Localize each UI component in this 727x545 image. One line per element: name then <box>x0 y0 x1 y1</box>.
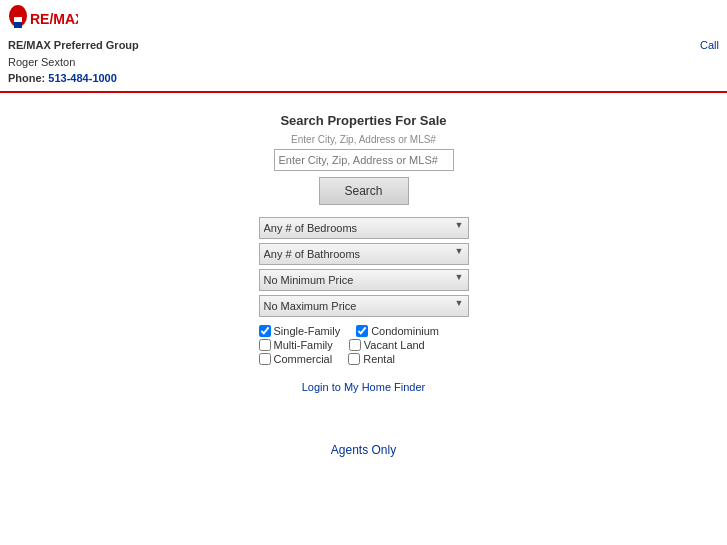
commercial-checkbox[interactable] <box>259 353 271 365</box>
multi-family-checkbox[interactable] <box>259 339 271 351</box>
phone-line: Phone: 513-484-1000 <box>8 70 139 87</box>
search-section: Search Properties For Sale Enter City, Z… <box>249 113 479 423</box>
single-family-label[interactable]: Single-Family <box>259 325 341 337</box>
bedrooms-dropdown[interactable]: Any # of Bedrooms 1+ 2+ 3+ 4+ 5+ <box>259 217 469 239</box>
bottom-section: Agents Only <box>331 443 396 457</box>
svg-rect-1 <box>14 22 22 28</box>
single-family-text: Single-Family <box>274 325 341 337</box>
bathrooms-dropdown-wrap: Any # of Bathrooms 1+ 2+ 3+ 4+ <box>259 243 469 265</box>
company-name: RE/MAX Preferred Group <box>8 37 139 54</box>
vacant-land-text: Vacant Land <box>364 339 425 351</box>
condominium-label[interactable]: Condominium <box>356 325 439 337</box>
vacant-land-label[interactable]: Vacant Land <box>349 339 425 351</box>
header: RE/MAX RE/MAX Preferred Group Roger Sext… <box>0 0 727 93</box>
min-price-dropdown-wrap: No Minimum Price $50,000 $100,000 $150,0… <box>259 269 469 291</box>
main-content: Search Properties For Sale Enter City, Z… <box>0 93 727 457</box>
login-link[interactable]: Login to My Home Finder <box>302 381 426 393</box>
vacant-land-checkbox[interactable] <box>349 339 361 351</box>
agents-only-link[interactable]: Agents Only <box>331 443 396 457</box>
checkbox-row-3: Commercial Rental <box>259 353 469 365</box>
condominium-checkbox[interactable] <box>356 325 368 337</box>
condominium-text: Condominium <box>371 325 439 337</box>
phone-label: Phone: <box>8 72 45 84</box>
single-family-checkbox[interactable] <box>259 325 271 337</box>
rental-text: Rental <box>363 353 395 365</box>
property-types: Single-Family Condominium Multi-Family V… <box>259 325 469 367</box>
max-price-dropdown-wrap: No Maximum Price $100,000 $200,000 $300,… <box>259 295 469 317</box>
multi-family-text: Multi-Family <box>274 339 333 351</box>
agent-info: RE/MAX Preferred Group Roger Sexton Phon… <box>8 37 139 87</box>
remax-logo: RE/MAX <box>8 4 78 32</box>
svg-rect-2 <box>14 17 22 22</box>
min-price-dropdown[interactable]: No Minimum Price $50,000 $100,000 $150,0… <box>259 269 469 291</box>
max-price-dropdown[interactable]: No Maximum Price $100,000 $200,000 $300,… <box>259 295 469 317</box>
call-link[interactable]: Call <box>700 39 719 51</box>
search-hint: Enter City, Zip, Address or MLS# <box>291 134 436 145</box>
svg-text:RE/MAX: RE/MAX <box>30 11 78 27</box>
commercial-text: Commercial <box>274 353 333 365</box>
search-button[interactable]: Search <box>319 177 409 205</box>
rental-checkbox[interactable] <box>348 353 360 365</box>
checkbox-row-2: Multi-Family Vacant Land <box>259 339 469 351</box>
search-title: Search Properties For Sale <box>280 113 446 128</box>
bathrooms-dropdown[interactable]: Any # of Bathrooms 1+ 2+ 3+ 4+ <box>259 243 469 265</box>
rental-label[interactable]: Rental <box>348 353 395 365</box>
logo-area: RE/MAX <box>8 4 139 35</box>
multi-family-label[interactable]: Multi-Family <box>259 339 333 351</box>
search-input[interactable] <box>274 149 454 171</box>
checkbox-row-1: Single-Family Condominium <box>259 325 469 337</box>
phone-number: 513-484-1000 <box>48 72 117 84</box>
agent-name: Roger Sexton <box>8 54 139 71</box>
bedrooms-dropdown-wrap: Any # of Bedrooms 1+ 2+ 3+ 4+ 5+ <box>259 217 469 239</box>
commercial-label[interactable]: Commercial <box>259 353 333 365</box>
